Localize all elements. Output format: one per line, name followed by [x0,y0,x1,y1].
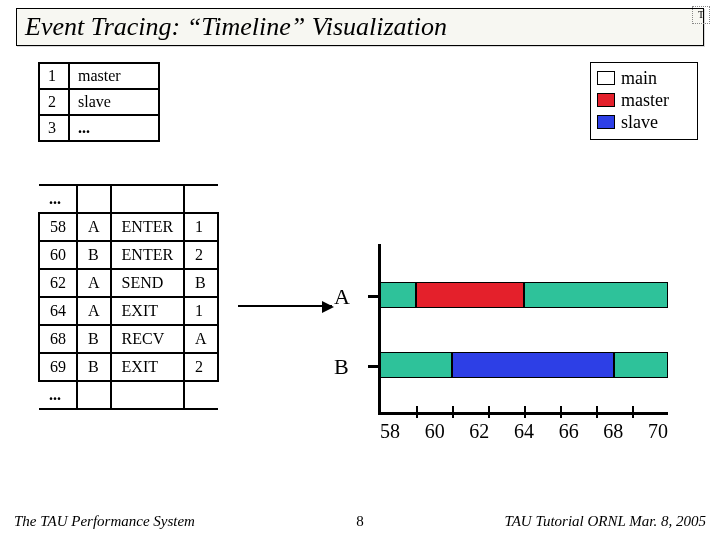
x-tick [452,406,454,418]
table-row: 1 master [39,63,159,89]
x-tick-labels: 58606264666870 [380,420,668,443]
table-row: 60BENTER2 [39,241,218,269]
y-axis [378,244,381,414]
x-tick-label: 64 [514,420,534,443]
table-gap: ... [39,381,218,409]
table-row: 68BRECVA [39,325,218,353]
chart-segment [614,352,668,378]
arrow-icon [238,305,332,307]
legend-item: slave [597,111,691,133]
name-label: ... [69,115,159,141]
chart-segment [524,282,668,308]
x-tick-label: 62 [469,420,489,443]
x-tick-label: 58 [380,420,400,443]
footer-right: TAU Tutorial ORNL Mar. 8, 2005 [504,513,706,530]
table-row: 2 slave [39,89,159,115]
dots: ... [39,381,77,409]
swatch-icon [597,115,615,129]
name-idx: 2 [39,89,69,115]
legend-label: master [621,89,669,111]
dots: ... [39,185,77,213]
name-table: 1 master 2 slave 3 ... [38,62,160,142]
swatch-icon [597,71,615,85]
swatch-icon [597,93,615,107]
table-row: 64AEXIT1 [39,297,218,325]
x-tick-label: 60 [425,420,445,443]
legend-label: main [621,67,657,89]
x-tick [596,406,598,418]
timeline-chart: A B 58606264666870 [328,244,688,444]
legend-label: slave [621,111,658,133]
table-row: 69BEXIT2 [39,353,218,381]
chart-row-label: A [334,284,350,310]
x-tick-label: 70 [648,420,668,443]
chart-segment [380,352,452,378]
name-label: slave [69,89,159,115]
table-row: 3 ... [39,115,159,141]
chart-segment [416,282,524,308]
chart-segment [380,282,416,308]
legend-item: master [597,89,691,111]
name-idx: 3 [39,115,69,141]
legend: main master slave [590,62,698,140]
chart-row-label: B [334,354,349,380]
trace-table: ... 58AENTER1 60BENTER2 62ASENDB 64AEXIT… [38,184,219,410]
chart-segment [452,352,614,378]
x-tick [632,406,634,418]
table-row: 58AENTER1 [39,213,218,241]
name-idx: 1 [39,63,69,89]
legend-item: main [597,67,691,89]
x-ticks [380,406,668,418]
x-tick [416,406,418,418]
name-label: master [69,63,159,89]
x-tick-label: 68 [603,420,623,443]
badge-icon: T [692,6,710,24]
table-gap: ... [39,185,218,213]
x-tick [488,406,490,418]
x-tick [524,406,526,418]
x-tick-label: 66 [559,420,579,443]
x-tick [560,406,562,418]
slide-title: Event Tracing: “Timeline” Visualization [16,8,704,46]
table-row: 62ASENDB [39,269,218,297]
